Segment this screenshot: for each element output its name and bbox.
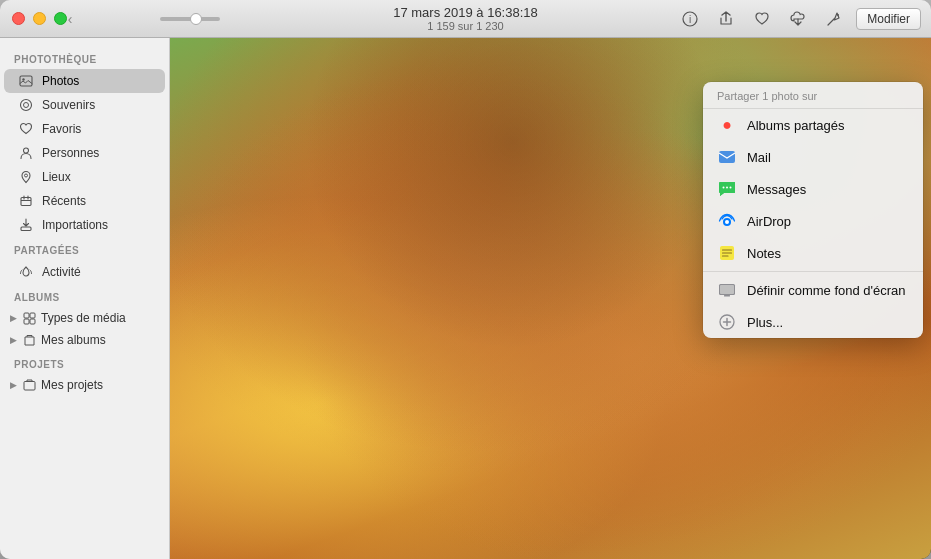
sidebar: Photothèque Photos (0, 38, 170, 559)
mes-albums-label: Mes albums (41, 333, 106, 347)
activite-icon (18, 264, 34, 280)
svg-point-5 (21, 100, 32, 111)
heart-icon (754, 11, 770, 27)
svg-rect-12 (30, 313, 35, 318)
app-window: ‹ 17 mars 2019 à 16:38:18 1 159 sur 1 23… (0, 0, 931, 559)
share-item-plus[interactable]: Plus... (703, 306, 923, 338)
share-icon (718, 11, 734, 27)
section-bibliotheque: Photothèque (0, 46, 169, 69)
minimize-button[interactable] (33, 12, 46, 25)
sidebar-item-importations[interactable]: Importations (4, 213, 165, 237)
slider-track[interactable] (160, 17, 220, 21)
share-separator (703, 271, 923, 272)
svg-point-8 (25, 174, 28, 177)
mes-projets-icon (21, 377, 37, 393)
airdrop-icon (717, 211, 737, 231)
svg-rect-15 (24, 381, 35, 390)
share-dropdown: Partager 1 photo sur ● Albums partagés (703, 82, 923, 338)
zoom-slider (160, 17, 220, 21)
svg-point-4 (22, 78, 24, 80)
messages-icon (717, 179, 737, 199)
svg-rect-25 (724, 295, 730, 297)
svg-point-19 (730, 187, 732, 189)
sidebar-item-types-media[interactable]: ▶ Types de média (0, 307, 169, 329)
favorite-button[interactable] (748, 8, 776, 30)
svg-rect-3 (20, 76, 32, 86)
slider-thumb[interactable] (190, 13, 202, 25)
svg-rect-11 (24, 313, 29, 318)
mail-icon (717, 147, 737, 167)
sidebar-item-personnes[interactable]: Personnes (4, 141, 165, 165)
personnes-label: Personnes (42, 146, 99, 160)
favoris-icon (18, 121, 34, 137)
sidebar-item-mes-albums[interactable]: ▶ Mes albums (0, 329, 169, 351)
main-title: 17 mars 2019 à 16:38:18 (393, 5, 538, 20)
mes-projets-chevron: ▶ (10, 380, 17, 390)
mail-label: Mail (747, 150, 771, 165)
back-arrow[interactable]: ‹ (60, 9, 80, 29)
mes-albums-icon (21, 332, 37, 348)
messages-label: Messages (747, 182, 806, 197)
svg-point-21 (725, 220, 729, 224)
nav-controls: ‹ (60, 9, 80, 29)
recents-icon (18, 193, 34, 209)
photo-area: Partager 1 photo sur ● Albums partagés (170, 38, 931, 559)
mes-projets-label: Mes projets (41, 378, 103, 392)
albums-partages-icon: ● (717, 115, 737, 135)
cloud-icon (790, 11, 806, 27)
section-partagees: Partagées (0, 237, 169, 260)
svg-rect-10 (21, 227, 31, 231)
fond-ecran-label: Définir comme fond d'écran (747, 283, 906, 298)
main-layout: Photothèque Photos (0, 38, 931, 559)
window-controls (12, 12, 67, 25)
mes-albums-chevron: ▶ (10, 335, 17, 345)
airdrop-label: AirDrop (747, 214, 791, 229)
share-item-notes[interactable]: Notes (703, 237, 923, 269)
share-button[interactable] (712, 8, 740, 30)
sidebar-item-photos[interactable]: Photos (4, 69, 165, 93)
importations-label: Importations (42, 218, 108, 232)
section-albums: Albums (0, 284, 169, 307)
share-item-mail[interactable]: Mail (703, 141, 923, 173)
photos-icon (18, 73, 34, 89)
share-item-messages[interactable]: Messages (703, 173, 923, 205)
svg-rect-13 (24, 319, 29, 324)
title-block: 17 mars 2019 à 16:38:18 1 159 sur 1 230 (393, 5, 538, 32)
sidebar-item-recents[interactable]: Récents (4, 189, 165, 213)
magic-button[interactable] (820, 8, 848, 30)
svg-point-2 (837, 14, 839, 16)
svg-rect-24 (720, 285, 734, 294)
svg-point-6 (24, 103, 29, 108)
sidebar-item-souvenirs[interactable]: Souvenirs (4, 93, 165, 117)
activite-label: Activité (42, 265, 81, 279)
svg-text:i: i (689, 14, 691, 25)
icloud-button[interactable] (784, 8, 812, 30)
albums-partages-label: Albums partagés (747, 118, 845, 133)
share-header: Partager 1 photo sur (703, 82, 923, 109)
personnes-icon (18, 145, 34, 161)
close-button[interactable] (12, 12, 25, 25)
plus-icon (717, 312, 737, 332)
types-media-chevron: ▶ (10, 313, 17, 323)
types-media-icon (21, 310, 37, 326)
recents-label: Récents (42, 194, 86, 208)
fond-ecran-icon (717, 280, 737, 300)
sidebar-item-mes-projets[interactable]: ▶ Mes projets (0, 374, 169, 396)
sidebar-item-activite[interactable]: Activité (4, 260, 165, 284)
info-button[interactable]: i (676, 8, 704, 30)
share-item-albums-partages[interactable]: ● Albums partagés (703, 109, 923, 141)
modify-button[interactable]: Modifier (856, 8, 921, 30)
svg-rect-14 (30, 319, 35, 324)
share-item-airdrop[interactable]: AirDrop (703, 205, 923, 237)
share-item-fond-ecran[interactable]: Définir comme fond d'écran (703, 274, 923, 306)
svg-point-18 (726, 187, 728, 189)
svg-rect-16 (719, 151, 735, 163)
notes-icon (717, 243, 737, 263)
plus-label: Plus... (747, 315, 783, 330)
sidebar-item-lieux[interactable]: Lieux (4, 165, 165, 189)
sidebar-item-favoris[interactable]: Favoris (4, 117, 165, 141)
notes-label: Notes (747, 246, 781, 261)
svg-point-7 (24, 148, 29, 153)
svg-rect-9 (21, 198, 31, 206)
types-media-label: Types de média (41, 311, 126, 325)
